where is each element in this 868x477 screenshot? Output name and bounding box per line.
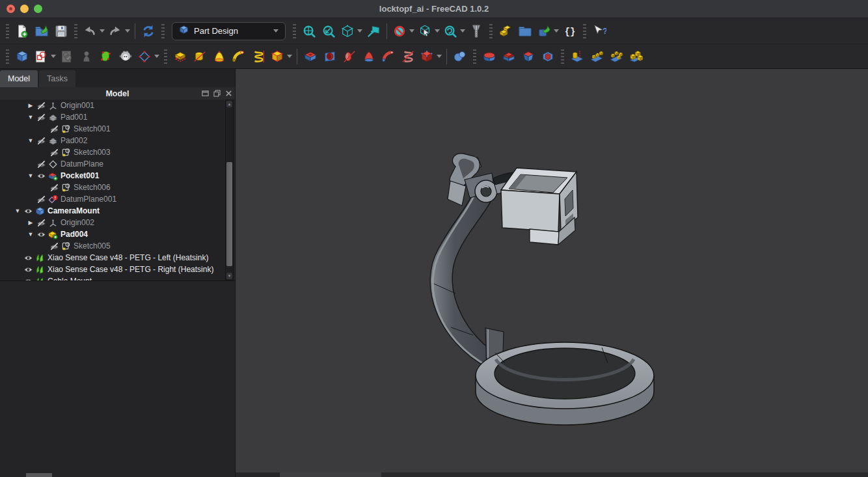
shapebinder-button[interactable] [96, 46, 116, 67]
toolbar-drag-handle[interactable] [6, 24, 9, 38]
document-tab-active[interactable] [280, 472, 381, 477]
subtractive-loft-button[interactable] [359, 46, 379, 67]
tree-item[interactable]: ▼Pad002 [0, 135, 225, 146]
pocket-button[interactable] [301, 46, 320, 67]
tree-item[interactable]: DatumPlane [0, 158, 225, 170]
zoom-tools-button[interactable] [441, 21, 467, 42]
tree-item[interactable]: Sketch006 [0, 182, 225, 193]
camera-mount-model [236, 69, 868, 472]
scroll-up-button[interactable]: ▴ [226, 101, 232, 107]
undo-button[interactable] [81, 21, 106, 42]
additive-helix-button[interactable] [249, 46, 268, 67]
pocket-tip-icon [47, 171, 59, 181]
group-folder-button[interactable] [515, 21, 535, 42]
save-button[interactable] [51, 21, 71, 42]
revolution-button[interactable] [190, 46, 210, 67]
isometric-view-button[interactable] [338, 21, 364, 42]
groove-button[interactable] [340, 46, 359, 67]
tree-item[interactable]: DatumPlane001 [0, 193, 225, 205]
expand-arrow-icon[interactable]: ▼ [13, 208, 22, 214]
pad-button[interactable] [170, 46, 190, 67]
datum-button[interactable] [135, 46, 161, 67]
tree-item[interactable]: ▼Pad001 [0, 111, 225, 123]
tree-scrollbar[interactable]: ▴ ▾ [225, 100, 234, 280]
toolbar-drag-handle[interactable] [561, 49, 564, 64]
new-document-button[interactable] [12, 21, 32, 42]
scroll-down-button[interactable]: ▾ [226, 273, 232, 279]
redo-button[interactable] [106, 21, 131, 42]
3d-viewport[interactable] [236, 69, 868, 472]
toolbar-drag-handle[interactable] [583, 24, 586, 38]
multitransform-button[interactable] [626, 46, 645, 67]
dock-close-icon[interactable] [225, 88, 232, 100]
mirrored-button[interactable] [567, 46, 587, 67]
make-link-button[interactable] [535, 21, 560, 42]
polar-pattern-button[interactable] [606, 46, 626, 67]
tree-item[interactable]: ▶Origin001 [0, 100, 225, 111]
tree-item[interactable]: ▼CameraMount [0, 205, 225, 217]
panel-resize-handle[interactable] [26, 473, 52, 477]
tab-tasks[interactable]: Tasks [39, 70, 75, 87]
expand-arrow-icon[interactable]: ▼ [26, 137, 35, 144]
chamfer-button[interactable] [499, 46, 519, 67]
subtractive-pipe-button[interactable] [379, 46, 398, 67]
subtractive-primitive-button[interactable] [418, 46, 443, 67]
material-button[interactable] [496, 21, 515, 42]
save-icon [53, 23, 69, 39]
tree-item[interactable]: Sketch003 [0, 146, 225, 158]
workbench-selector[interactable]: Part Design [172, 22, 286, 40]
align-view-button[interactable] [364, 21, 383, 42]
fillet-button[interactable] [480, 46, 499, 67]
toolbar-drag-handle[interactable] [74, 24, 77, 38]
eye-hidden-icon [48, 241, 60, 251]
tree-item[interactable]: Sketch005 [0, 240, 225, 252]
fit-all-button[interactable] [299, 21, 319, 42]
draw-style-button[interactable] [390, 21, 416, 42]
subtractive-helix-button[interactable] [398, 46, 418, 67]
tree-item[interactable]: Xiao Sense Case v48 - PETG - Right (Heat… [0, 264, 225, 275]
measure-button[interactable] [467, 21, 486, 42]
dock-minimize-icon[interactable] [202, 88, 209, 100]
tree-item[interactable]: Xiao Sense Case v48 - PETG - Left (Heats… [0, 252, 225, 264]
create-body-button[interactable] [12, 46, 32, 67]
toolbar-drag-handle[interactable] [489, 24, 493, 38]
boolean-button[interactable] [450, 46, 470, 67]
edit-sketch-button [57, 46, 77, 67]
tree-item[interactable]: ▼Pad004 [0, 228, 225, 240]
tree-item[interactable]: Cable Mount [0, 275, 225, 280]
tree-item[interactable]: Sketch001 [0, 123, 225, 135]
expand-arrow-icon[interactable]: ▼ [26, 114, 35, 120]
thickness-button[interactable] [538, 46, 558, 67]
toolbar-drag-handle[interactable] [473, 49, 476, 64]
open-document-button[interactable] [32, 21, 51, 42]
toolbar-drag-handle[interactable] [164, 49, 167, 64]
whats-this-button[interactable]: ? [590, 21, 609, 42]
toolbar-drag-handle[interactable] [6, 49, 9, 64]
expand-arrow-icon[interactable]: ▼ [26, 231, 35, 238]
create-sketch-button[interactable] [32, 46, 57, 67]
origin-icon [47, 101, 59, 111]
additive-pipe-button[interactable] [229, 46, 249, 67]
hole-button[interactable] [320, 46, 340, 67]
draft-button[interactable] [519, 46, 538, 67]
expression-button[interactable]: {} [560, 21, 580, 42]
expand-arrow-icon[interactable]: ▶ [26, 102, 35, 109]
tree-item[interactable]: ▶Origin002 [0, 217, 225, 228]
dock-float-icon[interactable] [213, 88, 221, 100]
zoom-selection-button[interactable] [319, 21, 338, 42]
expand-arrow-icon[interactable]: ▶ [26, 219, 35, 226]
linear-pattern-button[interactable] [587, 46, 606, 67]
tab-model[interactable]: Model [0, 70, 38, 87]
tree-item-label: Sketch005 [74, 241, 111, 251]
additive-loft-button[interactable] [210, 46, 229, 67]
toolbar-drag-handle[interactable] [293, 24, 296, 38]
clone-button[interactable] [116, 46, 135, 67]
box-selection-button[interactable] [416, 21, 441, 42]
toolbar-drag-handle[interactable] [161, 24, 165, 38]
document-tab[interactable] [236, 472, 280, 477]
scrollbar-thumb[interactable] [226, 162, 232, 266]
tree-item[interactable]: ▼Pocket001 [0, 170, 225, 182]
expand-arrow-icon[interactable]: ▼ [26, 172, 35, 179]
refresh-button[interactable] [139, 21, 158, 42]
additive-primitive-button[interactable] [268, 46, 293, 67]
